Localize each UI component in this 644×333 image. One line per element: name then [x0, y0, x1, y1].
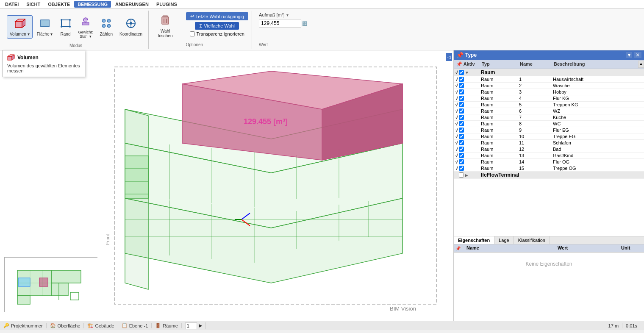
projektnummer-icon: 🔑: [3, 323, 9, 328]
tree-group-ifcflow[interactable]: √ ▶ IfcFlowTerminal: [454, 172, 644, 179]
tooltip-icon: [7, 54, 15, 61]
table-row[interactable]: √ Raum 15 Treppe OG: [454, 165, 644, 172]
aufmass-dropdown[interactable]: ▾: [286, 13, 289, 17]
value-input[interactable]: [259, 19, 301, 28]
row-checkbox[interactable]: [459, 134, 464, 139]
row-checkbox[interactable]: [459, 89, 464, 94]
row-name: 5: [517, 102, 551, 107]
ribbon-btn-zaehlen[interactable]: Zählen: [97, 16, 116, 38]
svg-rect-63: [51, 270, 81, 283]
row-name: 7: [517, 115, 551, 120]
table-row[interactable]: √ Raum 5 Treppen KG: [454, 102, 644, 108]
tree-panel: 📌 Aktiv Typ Name Beschreibung ▲ √ ▼ Raum: [454, 60, 644, 236]
menu-aenderungen[interactable]: ÄNDERUNGEN: [112, 1, 152, 8]
ribbon-btn-volumen[interactable]: Volumen ▾: [7, 15, 33, 39]
table-row[interactable]: √ Raum 11 Schlafen: [454, 140, 644, 146]
row-check-v: √: [455, 77, 458, 82]
table-row[interactable]: √ Raum 8 WC: [454, 121, 644, 127]
row-check-col: √: [454, 77, 479, 82]
table-row[interactable]: √ Raum 13 Gast/Kind: [454, 153, 644, 159]
table-row[interactable]: √ Raum 3 Hobby: [454, 89, 644, 95]
row-checkbox[interactable]: [459, 83, 464, 88]
row-check-col: √: [454, 115, 479, 120]
row-check-v: √: [455, 128, 458, 133]
status-oberflaeche[interactable]: 🏠 Oberfläche: [50, 323, 84, 328]
tab-lage[interactable]: Lage: [494, 236, 514, 244]
status-projektnummer[interactable]: 🔑 Projektnummer: [3, 323, 47, 328]
props-header: 📌 Name Wert Unit: [454, 244, 644, 253]
tab-klassifikation[interactable]: Klassifikation: [514, 236, 550, 244]
menu-datei[interactable]: DATEI: [2, 1, 22, 8]
scroll-up-btn[interactable]: ▲: [638, 61, 644, 68]
ribbon-btn-wahl-loeschen[interactable]: Wahllöschen: [155, 12, 175, 40]
value-unit-icon[interactable]: 🔢: [302, 21, 307, 26]
row-typ: Raum: [479, 115, 517, 120]
table-row[interactable]: √ Raum 7 Küche: [454, 114, 644, 121]
transparenz-checkbox[interactable]: [190, 31, 195, 36]
ifcflow-check-col: √ ▶: [454, 172, 479, 178]
minimap-svg: [5, 258, 98, 313]
row-checkbox[interactable]: [459, 153, 464, 158]
group-checkbox[interactable]: [459, 70, 464, 75]
viewport[interactable]: 129.455 [m³] Front Ebene 2 BIM Vision: [0, 50, 453, 321]
tree-header: 📌 Aktiv Typ Name Beschreibung ▲: [454, 60, 644, 69]
undo-icon: [190, 14, 194, 19]
tree-group-raum[interactable]: √ ▼ Raum: [454, 69, 644, 76]
props-empty-msg: Keine Eigenschaften: [454, 253, 644, 275]
row-name: 8: [517, 121, 551, 126]
menu-sicht[interactable]: SICHT: [23, 1, 44, 8]
ribbon-btn-rand[interactable]: Rand: [57, 16, 74, 38]
multiple-wahl-button[interactable]: Vielfache Wahl: [195, 22, 239, 30]
row-checkbox[interactable]: [459, 140, 464, 145]
table-row[interactable]: √ Raum 14 Flur OG: [454, 159, 644, 165]
ribbon-optionen-label: Optionen: [186, 42, 249, 47]
menu-bemessung[interactable]: BEMESSUNG: [74, 1, 111, 8]
panel-pin-icon[interactable]: 📌: [456, 52, 464, 58]
row-checkbox[interactable]: [459, 166, 464, 171]
group-check-col: √ ▼: [454, 70, 479, 75]
row-checkbox[interactable]: [459, 159, 464, 164]
table-row[interactable]: √ Raum 10 Treppe EG: [454, 133, 644, 140]
panel-collapse-btn[interactable]: ◁: [446, 53, 452, 61]
status-raeume[interactable]: 🚪 Räume: [155, 323, 181, 328]
status-ebene[interactable]: 📋 Ebene -1: [122, 323, 152, 328]
panel-close-btn[interactable]: ✕: [634, 52, 641, 58]
row-checkbox[interactable]: [459, 77, 464, 82]
row-checkbox[interactable]: [459, 102, 464, 107]
ribbon-btn-koordinaten[interactable]: Koordinaten: [117, 16, 145, 38]
ribbon-btn-gewicht[interactable]: kg Gewicht:Stahl ▾: [76, 14, 96, 40]
table-row[interactable]: √ Raum 12 Bad: [454, 146, 644, 153]
svg-rect-24: [8, 56, 12, 60]
page-nav-next[interactable]: ▶: [199, 323, 202, 328]
menu-plugins[interactable]: PLUGINS: [153, 1, 180, 8]
row-checkbox[interactable]: [459, 115, 464, 120]
undo-button[interactable]: Letzte Wahl rückgängig: [186, 12, 249, 20]
table-row[interactable]: √ Raum 1 Hauswirtschaft: [454, 76, 644, 83]
panel-minimize-btn[interactable]: ▾: [626, 52, 632, 58]
table-row[interactable]: √ Raum 9 Flur EG: [454, 127, 644, 133]
table-row[interactable]: √ Raum 4 Flur KG: [454, 95, 644, 102]
ribbon-btn-flaeche[interactable]: Fläche ▾: [34, 16, 56, 38]
row-checkbox[interactable]: [459, 121, 464, 126]
menu-objekte[interactable]: OBJEKTE: [44, 1, 73, 8]
ifcflow-checkbox[interactable]: [459, 172, 464, 178]
transparenz-label: Transparenz ignorieren: [197, 31, 244, 36]
status-gebaeude[interactable]: 🏗️ Gebäude: [87, 323, 118, 328]
row-checkbox[interactable]: [459, 96, 464, 101]
page-number-input[interactable]: [185, 322, 197, 329]
row-checkbox[interactable]: [459, 108, 464, 114]
tooltip-box: Volumen Volumen des gewählten Elementes …: [3, 50, 85, 77]
svg-text:BIM Vision: BIM Vision: [390, 305, 416, 312]
value-input-row: 🔢: [259, 19, 307, 28]
tab-eigenschaften[interactable]: Eigenschaften: [454, 236, 494, 244]
table-row[interactable]: √ Raum 2 Wäsche: [454, 83, 644, 89]
row-checkbox[interactable]: [459, 147, 464, 152]
ribbon-group-modus: Volumen ▾ Fläche ▾: [3, 11, 149, 49]
svg-point-8: [69, 26, 71, 28]
row-typ: Raum: [479, 153, 517, 158]
group-expand-icon[interactable]: ▼: [465, 70, 469, 75]
table-row[interactable]: √ Raum 6 WZ: [454, 108, 644, 114]
ifcflow-expand-icon[interactable]: ▶: [465, 173, 468, 178]
row-check-col: √: [454, 108, 479, 114]
row-checkbox[interactable]: [459, 128, 464, 133]
